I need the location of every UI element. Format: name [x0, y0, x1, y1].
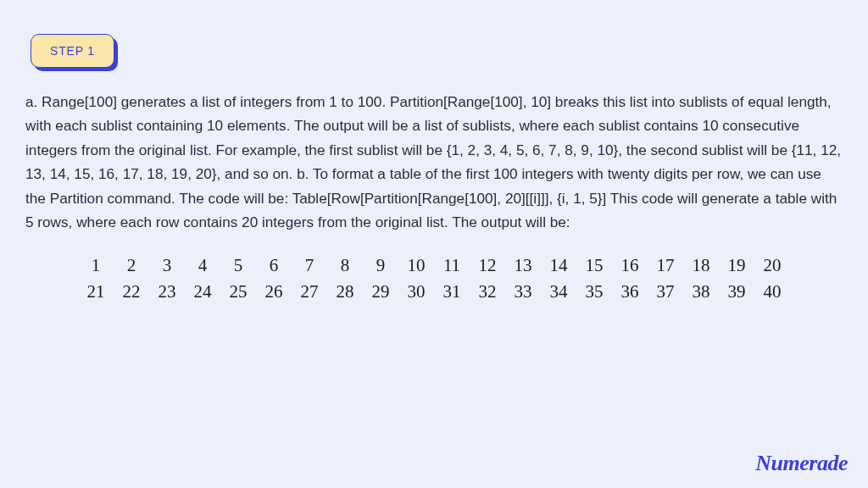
table-cell: 10 [398, 252, 434, 279]
table-row: 1 2 3 4 5 6 7 8 9 10 11 12 13 14 15 16 1… [78, 252, 790, 279]
table-cell: 25 [220, 279, 256, 305]
step-badge-label: STEP 1 [31, 34, 114, 68]
table-cell: 32 [470, 279, 505, 305]
table-cell: 22 [114, 279, 149, 305]
table-cell: 2 [114, 252, 149, 279]
table-cell: 9 [363, 252, 398, 279]
table-cell: 23 [149, 279, 185, 305]
integer-table: 1 2 3 4 5 6 7 8 9 10 11 12 13 14 15 16 1… [78, 252, 790, 305]
table-cell: 15 [576, 252, 612, 279]
table-cell: 20 [754, 252, 790, 279]
table-cell: 40 [754, 279, 790, 305]
table-cell: 3 [149, 252, 185, 279]
table-cell: 34 [541, 279, 576, 305]
table-cell: 33 [505, 279, 541, 305]
explanation-text: a. Range[100] generates a list of intege… [25, 90, 843, 234]
table-cell: 11 [434, 252, 470, 279]
table-cell: 37 [648, 279, 683, 305]
table-cell: 13 [505, 252, 541, 279]
table-cell: 1 [78, 252, 114, 279]
brand-logo: Numerade [755, 451, 848, 476]
table-cell: 6 [256, 252, 292, 279]
table-cell: 8 [327, 252, 363, 279]
table-cell: 14 [541, 252, 576, 279]
table-cell: 36 [612, 279, 648, 305]
table-cell: 27 [292, 279, 327, 305]
table-cell: 28 [327, 279, 363, 305]
table-cell: 4 [185, 252, 220, 279]
table-cell: 31 [434, 279, 470, 305]
table-cell: 29 [363, 279, 398, 305]
table-row: 21 22 23 24 25 26 27 28 29 30 31 32 33 3… [78, 279, 790, 305]
table-cell: 35 [576, 279, 612, 305]
table-cell: 21 [78, 279, 114, 305]
table-cell: 24 [185, 279, 220, 305]
table-cell: 17 [648, 252, 683, 279]
table-cell: 38 [683, 279, 719, 305]
table-cell: 7 [292, 252, 327, 279]
table-cell: 5 [220, 252, 256, 279]
table-cell: 18 [683, 252, 719, 279]
table-cell: 12 [470, 252, 505, 279]
table-cell: 39 [719, 279, 754, 305]
table-cell: 19 [719, 252, 754, 279]
table-cell: 26 [256, 279, 292, 305]
table-cell: 30 [398, 279, 434, 305]
table-cell: 16 [612, 252, 648, 279]
step-badge: STEP 1 [31, 34, 114, 68]
